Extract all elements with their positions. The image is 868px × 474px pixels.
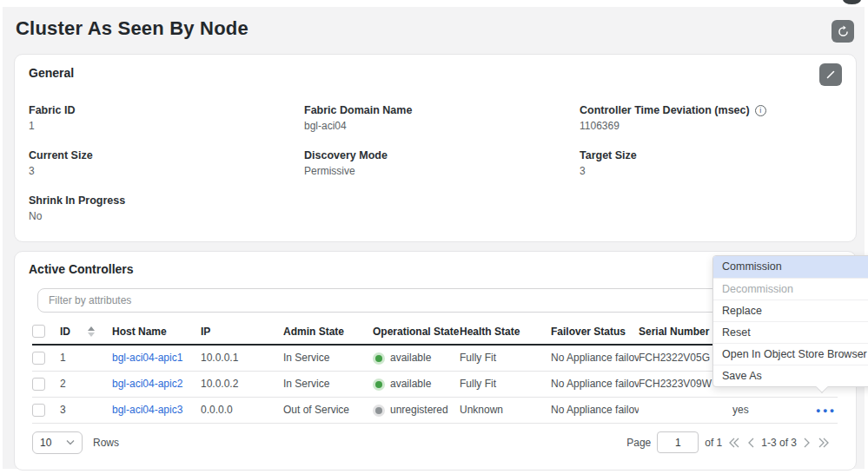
field-value: 3 <box>580 165 842 177</box>
cell-id: 3 <box>60 397 112 423</box>
rows-per-page-select[interactable]: 10 <box>32 431 83 454</box>
menu-item-save-as[interactable]: Save As <box>713 365 868 386</box>
cell-checkbox <box>32 397 60 423</box>
cell-ip: 10.0.0.1 <box>201 345 283 371</box>
field-label-text: Controller Time Deviation (msec) <box>580 104 750 116</box>
pagination-bar: 10 Rows Page of 1 1-3 of 3 <box>32 431 840 466</box>
row-checkbox[interactable] <box>32 378 45 391</box>
edit-button[interactable] <box>819 63 842 86</box>
previous-page-icon[interactable] <box>747 438 755 448</box>
filter-input[interactable] <box>37 288 812 313</box>
row-checkbox[interactable] <box>32 404 45 417</box>
menu-item-reset[interactable]: Reset <box>713 321 868 343</box>
cell-ip: 10.0.0.2 <box>201 371 283 397</box>
cell-admin-state: In Service <box>283 371 373 397</box>
field-label: Fabric Domain Name <box>304 104 580 116</box>
field-discovery-mode: Discovery Mode Permissive <box>304 149 580 177</box>
table-row: 3 bgl-aci04-apic3 0.0.0.0 Out of Service… <box>32 397 838 423</box>
general-panel: General Fabric ID 1 Fabric Domain Name b… <box>14 54 857 242</box>
host-link[interactable]: bgl-aci04-apic2 <box>112 378 182 390</box>
col-header-operational-state: Operational State <box>373 319 460 345</box>
col-header-admin-state: Admin State <box>283 319 373 345</box>
col-header-health-state: Health State <box>460 319 551 345</box>
next-page-icon[interactable] <box>803 438 811 448</box>
cell-serial-number <box>639 397 732 423</box>
row-actions-context-menu: Commission Decommission Replace Reset Op… <box>712 255 868 387</box>
field-fabric-domain-name: Fabric Domain Name bgl-aci04 <box>304 104 580 132</box>
edit-pencil-icon <box>825 69 837 81</box>
field-label: Fabric ID <box>29 104 304 116</box>
cell-health-state: Fully Fit <box>460 345 551 371</box>
row-checkbox[interactable] <box>32 352 45 365</box>
refresh-icon <box>837 25 850 38</box>
cell-host-name: bgl-aci04-apic1 <box>112 345 201 371</box>
col-header-select <box>32 319 60 345</box>
page-title: Cluster As Seen By Node <box>16 17 857 40</box>
last-page-icon[interactable] <box>817 438 830 448</box>
page-range-label: 1-3 of 3 <box>761 437 797 449</box>
general-panel-title: General <box>29 66 74 80</box>
field-value: 1 <box>29 120 304 132</box>
cell-operational-state: available <box>373 371 460 397</box>
status-dot-unregistered <box>375 407 382 414</box>
cell-id: 2 <box>60 371 112 397</box>
host-link[interactable]: bgl-aci04-apic3 <box>112 404 182 416</box>
cell-failover-status: No Appliance failove <box>551 397 639 423</box>
host-link[interactable]: bgl-aci04-apic1 <box>112 352 182 364</box>
sort-arrows-icon[interactable] <box>88 326 95 337</box>
rows-per-page-value: 10 <box>40 437 51 449</box>
operational-state-text: available <box>390 378 431 390</box>
cell-checkbox <box>32 371 60 397</box>
info-icon[interactable]: i <box>755 105 766 116</box>
cell-operational-state: unregistered <box>373 397 460 423</box>
page-label: Page <box>626 437 651 449</box>
rows-label: Rows <box>93 437 119 449</box>
field-label: Shrink In Progress <box>29 194 304 207</box>
col-header-host-name: Host Name <box>112 319 201 345</box>
cell-id: 1 <box>60 345 112 371</box>
cell-checkbox <box>32 345 60 371</box>
menu-item-open-in-object-store-browser[interactable]: Open In Object Store Browser <box>713 343 868 365</box>
clipped-top-edge-element <box>843 0 861 4</box>
refresh-button[interactable] <box>832 20 854 43</box>
col-header-failover-status: Failover Status <box>551 319 639 345</box>
row-actions-ellipsis-icon[interactable]: ●●● <box>816 406 837 415</box>
field-label: Target Size <box>580 149 842 161</box>
field-value: Permissive <box>304 165 580 177</box>
field-value: No <box>29 210 304 222</box>
cell-operational-state: available <box>373 345 460 371</box>
chevron-down-icon <box>66 439 75 445</box>
menu-item-replace[interactable]: Replace <box>713 300 868 321</box>
field-value: 3 <box>29 165 304 177</box>
field-current-size: Current Size 3 <box>29 149 304 177</box>
status-dot-available <box>375 381 382 388</box>
field-label: Current Size <box>29 149 304 161</box>
select-all-checkbox[interactable] <box>32 325 45 338</box>
field-label: Discovery Mode <box>304 149 580 161</box>
menu-item-commission[interactable]: Commission <box>713 256 868 278</box>
cell-ssl: yes <box>732 397 816 423</box>
cell-admin-state: In Service <box>283 345 373 371</box>
cell-health-state: Unknown <box>460 397 551 423</box>
cell-health-state: Fully Fit <box>460 371 551 397</box>
cell-host-name: bgl-aci04-apic3 <box>112 397 201 423</box>
operational-state-text: available <box>390 352 431 364</box>
first-page-icon[interactable] <box>728 438 741 448</box>
page-number-input[interactable] <box>657 431 699 453</box>
page-background: Cluster As Seen By Node General Fabric I… <box>3 7 865 469</box>
cell-host-name: bgl-aci04-apic2 <box>112 371 201 397</box>
field-shrink-in-progress: Shrink In Progress No <box>29 194 304 222</box>
field-target-size: Target Size 3 <box>580 149 842 177</box>
col-header-id-label: ID <box>60 326 70 338</box>
field-value: bgl-aci04 <box>304 120 580 132</box>
general-fields: Fabric ID 1 Fabric Domain Name bgl-aci04… <box>29 104 842 240</box>
menu-item-decommission: Decommission <box>713 278 868 300</box>
field-controller-time-deviation: Controller Time Deviation (msec) i 11063… <box>580 104 842 132</box>
cell-failover-status: No Appliance failove <box>551 371 639 397</box>
status-dot-available <box>375 355 382 362</box>
cell-failover-status: No Appliance failove <box>551 345 639 371</box>
field-value: 1106369 <box>580 120 842 132</box>
cell-admin-state: Out of Service <box>283 397 373 423</box>
field-label: Controller Time Deviation (msec) i <box>580 104 842 116</box>
col-header-ip: IP <box>201 319 283 345</box>
